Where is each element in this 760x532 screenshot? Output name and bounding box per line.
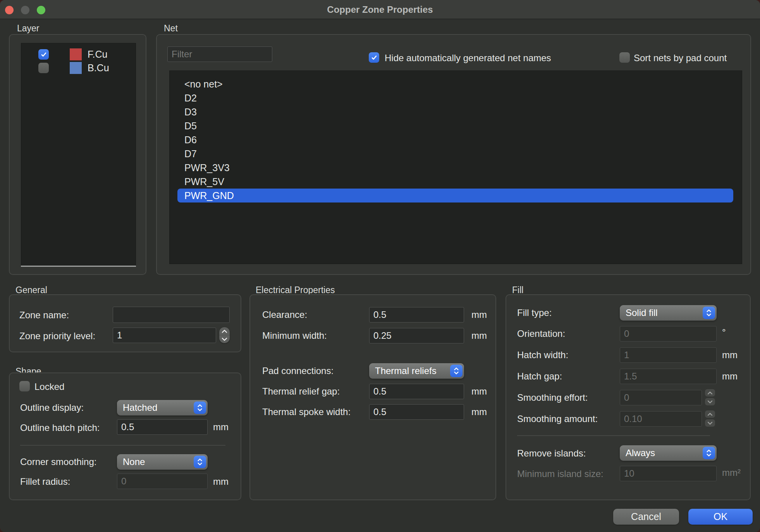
ok-button[interactable]: OK xyxy=(688,509,753,525)
zone-name-input[interactable] xyxy=(113,307,230,323)
clearance-unit: mm xyxy=(471,309,487,320)
outline-display-dropdown[interactable]: Hatched xyxy=(117,400,208,415)
net-item[interactable]: PWR_5V xyxy=(177,175,733,189)
general-group-box: Zone name: Zone priority level: xyxy=(9,294,241,352)
hide-generated-nets-label: Hide automatically generated net names xyxy=(385,53,551,63)
fill-separator xyxy=(517,435,710,436)
hatch-gap-input xyxy=(620,369,717,384)
outline-display-label: Outline display: xyxy=(20,402,84,413)
chevron-down-icon xyxy=(222,338,227,341)
layer-list[interactable]: F.Cu B.Cu xyxy=(21,43,136,266)
chevron-up-down-icon xyxy=(703,307,715,319)
chevron-up-icon xyxy=(707,413,713,416)
net-item[interactable]: D3 xyxy=(177,105,733,119)
minimum-island-size-unit: mm² xyxy=(722,467,741,478)
layer-section-label: Layer xyxy=(17,23,40,34)
net-item[interactable]: <no net> xyxy=(177,77,733,91)
smoothing-effort-label: Smoothing effort: xyxy=(517,392,588,403)
smoothing-amount-label: Smoothing amount: xyxy=(517,414,598,424)
chevron-up-icon xyxy=(222,329,227,333)
clearance-label: Clearance: xyxy=(262,309,307,320)
thermal-relief-gap-unit: mm xyxy=(471,386,487,397)
net-item[interactable]: D6 xyxy=(177,133,733,147)
hide-generated-nets-checkbox[interactable] xyxy=(369,52,379,63)
fill-type-dropdown[interactable]: Solid fill xyxy=(620,305,717,321)
outline-hatch-pitch-input[interactable] xyxy=(117,419,208,435)
electrical-group-box: Clearance: mm Minimum width: mm Pad conn… xyxy=(249,294,496,500)
net-item[interactable]: D7 xyxy=(177,147,733,161)
zone-name-label: Zone name: xyxy=(19,310,69,321)
sort-nets-label: Sort nets by pad count xyxy=(634,53,727,63)
chevron-down-icon xyxy=(707,400,713,403)
minimum-width-input[interactable] xyxy=(369,328,464,343)
minimum-width-label: Minimum width: xyxy=(262,330,327,341)
pad-connections-dropdown[interactable]: Thermal reliefs xyxy=(369,363,464,379)
shape-separator xyxy=(20,445,225,446)
shape-group-box: Locked Outline display: Hatched Outline … xyxy=(9,372,241,500)
corner-smoothing-label: Corner smoothing: xyxy=(20,456,96,467)
orientation-input xyxy=(620,326,717,342)
layer-bcu-color-swatch xyxy=(70,62,82,74)
smoothing-amount-stepper xyxy=(705,410,715,427)
chevron-up-icon xyxy=(707,391,713,395)
remove-islands-value: Always xyxy=(620,448,655,458)
net-item[interactable]: PWR_3V3 xyxy=(177,161,733,175)
window-title: Copper Zone Properties xyxy=(0,4,760,15)
electrical-section-label: Electrical Properties xyxy=(256,285,335,295)
layer-item-label[interactable]: B.Cu xyxy=(88,62,109,74)
outline-hatch-pitch-label: Outline hatch pitch: xyxy=(20,422,100,433)
stepper-divider xyxy=(219,335,230,335)
corner-smoothing-value: None xyxy=(117,456,145,467)
zone-priority-input[interactable] xyxy=(113,328,216,343)
fill-group-box: Fill type: Solid fill Orientation: ° Hat… xyxy=(506,294,751,500)
net-section-label: Net xyxy=(164,23,178,34)
layer-fcu-checkbox[interactable] xyxy=(38,49,49,60)
orientation-label: Orientation: xyxy=(517,328,565,339)
net-list: <no net> D2 D3 D5 D6 D7 PWR_3V3 PWR_5V P… xyxy=(169,70,742,264)
general-section-label: General xyxy=(15,285,47,295)
zone-priority-label: Zone priority level: xyxy=(19,331,95,342)
fillet-radius-unit: mm xyxy=(213,476,229,487)
hatch-width-input xyxy=(620,347,717,363)
fill-type-value: Solid fill xyxy=(620,307,658,318)
sort-nets-checkbox[interactable] xyxy=(619,52,630,63)
chevron-down-icon xyxy=(707,422,713,425)
orientation-unit: ° xyxy=(722,327,726,338)
layer-group-box: F.Cu B.Cu xyxy=(9,34,146,275)
chevron-up-down-icon xyxy=(194,456,206,468)
net-item[interactable]: D5 xyxy=(177,119,733,133)
corner-smoothing-dropdown[interactable]: None xyxy=(117,454,208,470)
pad-connections-label: Pad connections: xyxy=(262,366,334,376)
hatch-width-unit: mm xyxy=(722,350,738,360)
locked-checkbox[interactable] xyxy=(19,381,30,391)
title-bar: Copper Zone Properties xyxy=(0,0,760,19)
minimum-width-unit: mm xyxy=(471,330,487,341)
thermal-relief-gap-input[interactable] xyxy=(369,384,464,399)
net-item-selected[interactable]: PWR_GND xyxy=(177,189,733,203)
hatch-gap-unit: mm xyxy=(722,371,738,382)
layer-list-scrollbar[interactable] xyxy=(21,266,136,267)
remove-islands-label: Remove islands: xyxy=(517,448,586,459)
dialog-content: Layer F.Cu B.Cu Net Hide automatically g… xyxy=(0,19,760,532)
chevron-up-down-icon xyxy=(450,365,463,377)
copper-zone-properties-dialog: Copper Zone Properties Layer F.Cu B.Cu N… xyxy=(0,0,760,532)
cancel-button[interactable]: Cancel xyxy=(613,509,679,525)
clearance-input[interactable] xyxy=(369,307,464,323)
zone-priority-stepper[interactable] xyxy=(219,327,230,343)
fillet-radius-label: Fillet radius: xyxy=(20,476,70,487)
minimum-island-size-input xyxy=(620,466,717,481)
remove-islands-dropdown[interactable]: Always xyxy=(620,445,717,461)
fill-section-label: Fill xyxy=(512,285,523,295)
smoothing-effort-input xyxy=(620,390,702,405)
smoothing-effort-stepper xyxy=(705,389,715,405)
fill-type-label: Fill type: xyxy=(517,307,552,318)
fillet-radius-input xyxy=(117,474,208,489)
net-item[interactable]: D2 xyxy=(177,91,733,105)
layer-item-label[interactable]: F.Cu xyxy=(88,48,107,60)
thermal-spoke-width-input[interactable] xyxy=(369,404,464,420)
check-icon xyxy=(40,51,47,58)
layer-bcu-checkbox[interactable] xyxy=(38,63,49,73)
minimum-island-size-label: Minimum island size: xyxy=(517,469,604,479)
thermal-spoke-width-label: Thermal spoke width: xyxy=(262,407,351,417)
net-filter-input[interactable] xyxy=(167,46,272,62)
